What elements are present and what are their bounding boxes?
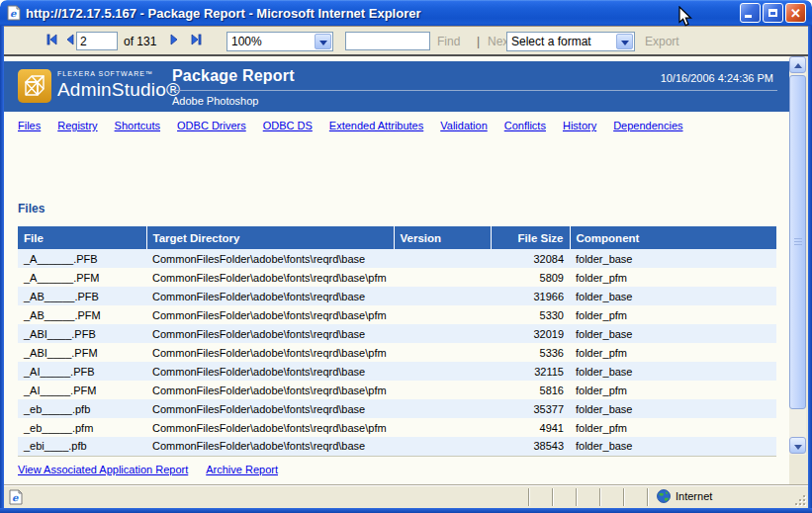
export-format-value: Select a format	[511, 35, 591, 48]
section-nav-link[interactable]: Conflicts	[504, 120, 546, 131]
cell-target-directory: CommonFilesFolder\adobe\fonts\reqrd\base	[146, 437, 394, 456]
cell-file-size: 32019	[491, 324, 570, 343]
footer-report-link[interactable]: Archive Report	[206, 464, 278, 475]
find-text-input[interactable]	[345, 32, 430, 50]
cell-version	[394, 418, 491, 437]
format-dropdown-arrow-icon[interactable]	[616, 34, 633, 49]
resize-grip[interactable]	[794, 494, 807, 507]
cell-target-directory: CommonFilesFolder\adobe\fonts\reqrd\base	[146, 249, 394, 268]
section-nav-link[interactable]: History	[563, 120, 596, 131]
cell-component: folder_base	[570, 324, 776, 343]
section-nav-link[interactable]: Shortcuts	[115, 120, 160, 131]
statusbar-pane-divider	[599, 488, 601, 506]
zoom-dropdown-arrow-icon[interactable]	[315, 34, 331, 49]
table-row: _ABI____.PFB CommonFilesFolder\adobe\fon…	[18, 324, 776, 343]
section-nav-link[interactable]: ODBC DS	[263, 120, 313, 131]
cell-target-directory: CommonFilesFolder\adobe\fonts\reqrd\base	[146, 287, 394, 305]
cell-target-directory: CommonFilesFolder\adobe\fonts\reqrd\base	[146, 399, 394, 418]
cell-file-size: 4941	[491, 418, 570, 437]
cell-file-size: 5330	[491, 305, 570, 324]
table-row: _A______.PFM CommonFilesFolder\adobe\fon…	[18, 268, 776, 287]
minimize-button[interactable]	[740, 3, 761, 23]
section-nav-link[interactable]: Files	[18, 120, 41, 131]
brand-company: FLEXERA SOFTWARE™	[57, 70, 180, 77]
table-row: _AB_____.PFB CommonFilesFolder\adobe\fon…	[18, 287, 776, 305]
section-nav-link[interactable]: Extended Attributes	[329, 120, 423, 131]
cell-version	[394, 249, 491, 268]
cell-component: folder_pfm	[570, 343, 776, 362]
cell-target-directory: CommonFilesFolder\adobe\fonts\reqrd\base…	[146, 418, 394, 437]
zoom-select[interactable]: 100%	[226, 32, 333, 51]
export-format-select[interactable]: Select a format	[506, 32, 635, 51]
chevron-down-icon	[794, 445, 802, 450]
adminstudio-logo-icon	[18, 69, 51, 103]
cell-version	[394, 381, 491, 399]
zone-label: Internet	[676, 490, 712, 502]
cell-target-directory: CommonFilesFolder\adobe\fonts\reqrd\base	[146, 324, 394, 343]
cell-target-directory: CommonFilesFolder\adobe\fonts\reqrd\base…	[146, 268, 394, 287]
first-page-button[interactable]	[45, 32, 60, 47]
vertical-scrollbar[interactable]	[789, 56, 806, 455]
cell-version	[394, 362, 491, 381]
cell-component: folder_pfm	[570, 418, 776, 437]
footer-report-link[interactable]: View Associated Application Report	[18, 464, 188, 475]
cell-file-size: 5809	[491, 268, 570, 287]
cell-file: _AB_____.PFM	[18, 305, 146, 324]
column-header-target-directory: Target Directory	[146, 226, 394, 249]
close-icon: ✕	[786, 5, 805, 22]
cell-file-size: 32115	[491, 362, 570, 381]
cell-file: _eb_____.pfm	[18, 418, 146, 437]
cell-version	[394, 343, 491, 362]
cell-component: folder_pfm	[570, 381, 776, 399]
internet-globe-icon	[657, 489, 671, 503]
report-timestamp: 10/16/2006 4:24:36 PM	[661, 72, 773, 84]
column-header-file: File	[18, 226, 146, 249]
cell-target-directory: CommonFilesFolder\adobe\fonts\reqrd\base…	[146, 343, 394, 362]
svg-text:e: e	[12, 492, 19, 503]
scroll-down-button[interactable]	[789, 437, 806, 454]
browser-window: e http://172.17.5.167 - Package Report -…	[0, 0, 812, 513]
page-number-input[interactable]	[76, 32, 118, 50]
cell-file-size: 31966	[491, 287, 570, 305]
scroll-up-button[interactable]	[789, 56, 806, 73]
section-nav-link[interactable]: Dependencies	[613, 120, 682, 131]
brand-product: AdminStudio®	[57, 80, 180, 99]
section-nav-link[interactable]: Validation	[440, 120, 488, 131]
cell-target-directory: CommonFilesFolder\adobe\fonts\reqrd\base	[146, 362, 394, 381]
title-bar: e http://172.17.5.167 - Package Report -…	[0, 0, 812, 26]
cell-component: folder_pfm	[570, 305, 776, 324]
minimize-icon	[745, 15, 752, 18]
ie-page-icon: e	[6, 5, 22, 21]
scrollbar-thumb[interactable]	[789, 75, 806, 409]
cell-file: _A______.PFB	[18, 249, 146, 268]
cell-file: _ABI____.PFB	[18, 324, 146, 343]
statusbar-pane-divider	[647, 488, 649, 506]
next-page-button[interactable]	[166, 32, 182, 47]
find-button[interactable]: Find	[437, 35, 460, 48]
cell-version	[394, 437, 491, 456]
table-row: _A______.PFB CommonFilesFolder\adobe\fon…	[18, 249, 776, 268]
cell-file: _eb_____.pfb	[18, 399, 146, 418]
maximize-button[interactable]	[763, 3, 783, 23]
statusbar-pane-divider	[552, 488, 554, 506]
cell-file-size: 35377	[491, 399, 570, 418]
cell-component: folder_base	[570, 249, 776, 268]
close-button[interactable]: ✕	[785, 3, 806, 23]
cell-file: _AI_____.PFB	[18, 362, 146, 381]
cell-version	[394, 287, 491, 305]
cell-version	[394, 268, 491, 287]
column-header-component: Component	[570, 226, 776, 249]
footer-links: View Associated Application ReportArchiv…	[18, 464, 278, 475]
window-border-left	[0, 26, 4, 513]
column-header-file-size: File Size	[491, 226, 570, 249]
export-button[interactable]: Export	[645, 35, 679, 48]
table-row: _AI_____.PFB CommonFilesFolder\adobe\fon…	[18, 362, 776, 381]
cell-target-directory: CommonFilesFolder\adobe\fonts\reqrd\base…	[146, 381, 394, 399]
cell-file: _AB_____.PFB	[18, 287, 146, 305]
section-nav-link[interactable]: Registry	[57, 120, 97, 131]
cell-file: _AI_____.PFM	[18, 381, 146, 399]
last-page-button[interactable]	[188, 32, 204, 47]
report-header-banner: FLEXERA SOFTWARE™ AdminStudio® Package R…	[4, 61, 789, 112]
cell-file-size: 38543	[491, 437, 570, 456]
section-nav-link[interactable]: ODBC Drivers	[177, 120, 246, 131]
